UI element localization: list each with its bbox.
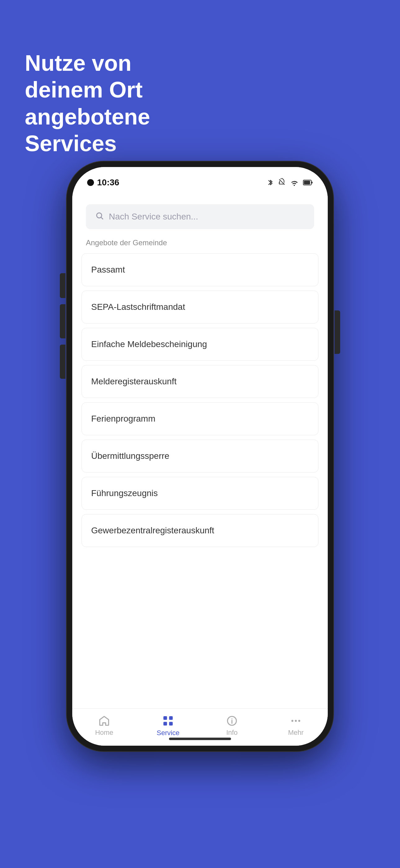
service-list: Passamt SEPA-Lastschriftmandat Einfache … [72,253,328,547]
list-item[interactable]: Melderegisterauskunft [81,365,319,398]
nav-item-mehr[interactable]: Mehr [277,715,314,737]
nav-item-service[interactable]: Service [149,715,187,737]
nav-bar: Home Service [72,708,328,746]
section-label: Angebote der Gemeinde [72,239,328,253]
list-item[interactable]: SEPA-Lastschriftmandat [81,290,319,323]
svg-point-11 [231,718,232,719]
vol-down-button [60,345,65,379]
phone-screen: 10:36 [72,167,328,746]
svg-rect-7 [163,722,167,725]
list-item[interactable]: Ferienprogramm [81,402,319,435]
phone-device: 10:36 [67,161,333,751]
svg-rect-8 [169,722,173,725]
wifi-icon [290,179,299,186]
list-item[interactable]: Übermittlungssperre [81,440,319,472]
mute-icon [278,178,286,187]
app-content: Nach Service suchen... Angebote der Geme… [72,192,328,708]
info-icon [226,715,238,727]
nav-label-info: Info [226,728,238,737]
nav-item-info[interactable]: Info [213,715,251,737]
camera-dot [87,179,94,186]
svg-point-13 [295,720,297,721]
home-icon [98,715,110,727]
status-bar: 10:36 [72,167,328,192]
nav-label-service: Service [157,729,179,737]
status-icons [267,178,313,187]
list-item[interactable]: Passamt [81,253,319,286]
power-button [335,310,340,354]
nav-item-home[interactable]: Home [86,715,123,737]
nav-label-home: Home [95,728,113,737]
search-container: Nach Service suchen... [72,198,328,239]
list-item[interactable]: Führungszeugnis [81,477,319,510]
battery-icon [303,179,313,186]
home-indicator [169,738,231,740]
svg-rect-1 [311,182,312,183]
svg-rect-5 [163,716,167,720]
status-time: 10:36 [87,178,120,187]
svg-rect-6 [169,716,173,720]
hero-title: Nutze von deinem Ort angebotene Services [25,50,211,157]
list-item[interactable]: Gewerbezentralregisterauskunft [81,514,319,547]
svg-line-4 [101,217,103,219]
nav-label-mehr: Mehr [288,728,304,737]
search-bar[interactable]: Nach Service suchen... [86,204,314,229]
service-grid-icon [162,715,174,727]
search-placeholder: Nach Service suchen... [109,212,198,222]
phone-shell: 10:36 [67,161,333,751]
svg-rect-2 [304,181,310,184]
svg-point-12 [292,720,293,721]
bluetooth-icon [267,178,274,187]
vol-up-button [60,304,65,338]
more-icon [290,715,302,727]
search-icon [95,211,104,222]
svg-point-14 [298,720,300,721]
list-item[interactable]: Einfache Meldebescheinigung [81,328,319,361]
